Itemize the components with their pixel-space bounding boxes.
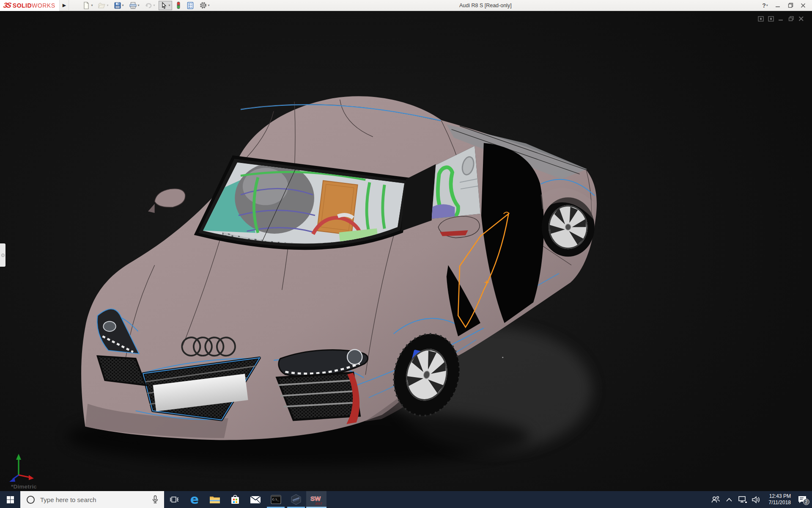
edge-icon: e: [190, 493, 199, 506]
notification-badge: 2: [803, 499, 809, 505]
solidworks-icon-letters: SW: [310, 495, 321, 502]
mdi-minimize-button[interactable]: [778, 16, 784, 22]
file-properties-icon: [187, 2, 194, 9]
store-icon: [230, 494, 240, 505]
system-tray: 12:43 PM 7/11/2018 2: [709, 491, 812, 508]
graphics-viewport[interactable]: *Dimetric: [0, 11, 812, 491]
undo-arrow-icon: [145, 2, 153, 9]
mdi-close-button[interactable]: [798, 16, 804, 22]
save-button[interactable]: ▾: [112, 1, 126, 10]
solidworks-app-icon: SW 2017: [310, 494, 323, 505]
file-properties-button[interactable]: [185, 1, 196, 10]
tray-people-button[interactable]: [709, 491, 722, 508]
minimize-icon: [775, 3, 780, 8]
taskbar-edge[interactable]: e: [184, 491, 205, 508]
collapsed-pane-tab[interactable]: [0, 243, 5, 267]
solidworks-logo: 3S SOLIDWORKS: [0, 0, 60, 11]
file-explorer-icon: [209, 495, 220, 504]
dropdown-caret[interactable]: ▾: [154, 3, 155, 7]
people-icon: [711, 496, 720, 503]
taskbar-solidworks[interactable]: SW 2017: [306, 491, 326, 508]
chevron-up-icon: [726, 498, 732, 502]
open-folder-icon: [98, 2, 106, 9]
new-document-icon: [82, 2, 90, 9]
toolbar-flyout-arrow[interactable]: ▶: [60, 0, 69, 11]
volume-icon: [752, 496, 760, 503]
dropdown-caret[interactable]: ▾: [122, 3, 124, 7]
task-view-icon: [170, 496, 178, 503]
traffic-light-icon: [176, 1, 181, 9]
view-orientation-label: *Dimetric: [11, 483, 37, 490]
cmd-prompt-text: C:\_: [272, 498, 279, 501]
cortana-icon: [27, 496, 35, 504]
microphone-icon[interactable]: [152, 495, 159, 504]
dropdown-caret[interactable]: ▾: [169, 3, 170, 7]
close-button[interactable]: [797, 0, 809, 11]
tray-network-button[interactable]: [736, 491, 749, 508]
pane-icon-2[interactable]: [768, 16, 774, 22]
mdi-restore-button[interactable]: [788, 16, 794, 22]
taskbar-mail[interactable]: [245, 491, 266, 508]
solidworks-logo-text-light: WORKS: [32, 2, 55, 9]
restore-button[interactable]: [784, 0, 797, 11]
desktop: 3S SOLIDWORKS ▶ ▾ ▾: [0, 0, 812, 508]
mdi-window-controls: [757, 16, 804, 22]
network-icon: [738, 496, 747, 503]
dropdown-caret[interactable]: ▾: [138, 3, 140, 7]
minimize-button[interactable]: [771, 0, 784, 11]
search-placeholder: Type here to search: [40, 496, 96, 503]
command-prompt-icon: C:\_: [271, 495, 281, 504]
print-button[interactable]: ▾: [127, 1, 141, 10]
pane-icon[interactable]: [757, 16, 764, 22]
action-center-button[interactable]: 2: [793, 491, 812, 508]
titlebar: 3S SOLIDWORKS ▶ ▾ ▾: [0, 0, 812, 11]
rebuild-button[interactable]: [174, 1, 183, 10]
hexagon-app-icon: [291, 494, 302, 505]
save-floppy-icon: [114, 2, 121, 9]
taskbar-store[interactable]: [225, 491, 245, 508]
dropdown-caret[interactable]: ▾: [107, 3, 108, 7]
gear-icon: [199, 1, 207, 9]
taskbar-file-explorer[interactable]: [205, 491, 225, 508]
restore-icon: [788, 3, 793, 8]
tray-overflow-button[interactable]: [722, 491, 736, 508]
open-button[interactable]: ▾: [96, 1, 110, 10]
taskbar-hexagon-app[interactable]: [286, 491, 306, 508]
print-icon: [129, 2, 137, 9]
solidworks-logo-mark-icon: 3S: [3, 1, 11, 10]
select-tool-button[interactable]: ▾: [159, 1, 172, 10]
undo-button[interactable]: ▾: [143, 1, 157, 10]
new-document-button[interactable]: ▾: [81, 1, 94, 10]
tray-volume-button[interactable]: [749, 491, 763, 508]
help-button[interactable]: ? ▾: [759, 0, 771, 11]
window-title: Audi R8 S [Read-only]: [212, 3, 759, 8]
tray-clock[interactable]: 12:43 PM 7/11/2018: [763, 491, 793, 508]
quick-access-toolbar: ▾ ▾ ▾: [80, 1, 212, 10]
dropdown-caret: ▾: [766, 3, 768, 7]
options-button[interactable]: ▾: [198, 1, 211, 10]
mail-icon: [250, 496, 261, 504]
solidworks-icon-year: 2017: [315, 502, 322, 505]
clock-time: 12:43 PM: [769, 493, 791, 500]
car-model-scene[interactable]: [0, 11, 812, 491]
task-view-button[interactable]: [164, 491, 184, 508]
mirror-left[interactable]: [148, 189, 185, 213]
select-cursor-icon: [160, 2, 168, 9]
dropdown-caret[interactable]: ▾: [91, 3, 93, 7]
dropdown-caret[interactable]: ▾: [208, 3, 210, 7]
windows-logo-icon: [7, 496, 14, 503]
start-button[interactable]: [0, 491, 20, 508]
close-icon: [801, 3, 806, 8]
taskbar: Type here to search e: [0, 491, 812, 508]
origin-dot: [502, 357, 503, 358]
clock-date: 7/11/2018: [769, 500, 791, 506]
taskbar-command-prompt[interactable]: C:\_: [266, 491, 286, 508]
window-controls: ? ▾: [759, 0, 809, 11]
solidworks-logo-text: SOLID: [13, 2, 32, 9]
orientation-triad-icon: [8, 452, 35, 483]
taskbar-search[interactable]: Type here to search: [20, 491, 164, 508]
